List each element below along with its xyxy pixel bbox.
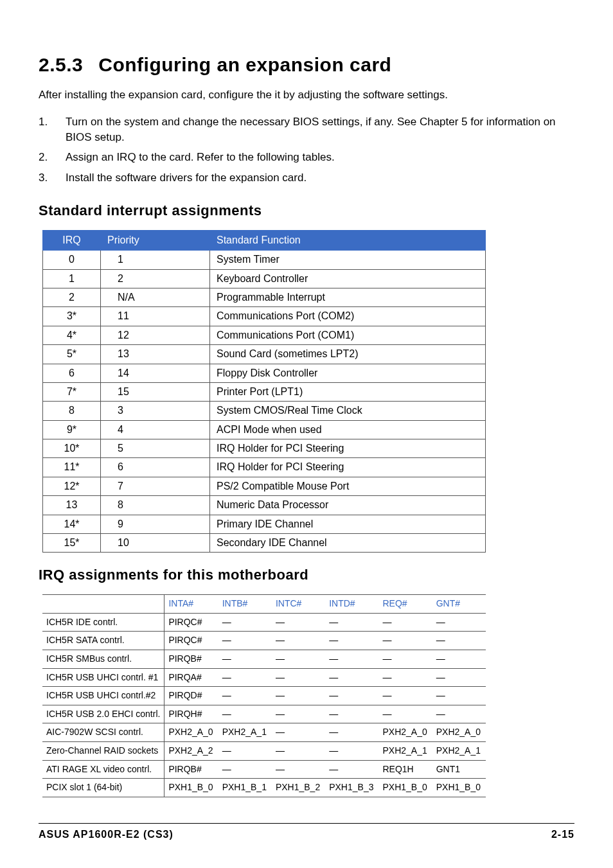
cell-device: ICH5R SMBus contrl.: [42, 650, 164, 669]
cell-priority: 4: [101, 420, 210, 439]
table-row: 83System CMOS/Real Time Clock: [43, 402, 486, 420]
step-text: Install the software drivers for the exp…: [66, 170, 574, 186]
cell-irq: 12*: [43, 477, 101, 495]
col-priority: Priority: [101, 230, 210, 250]
cell-intd: —: [325, 668, 378, 687]
cell-intc: —: [272, 687, 325, 705]
col-irq: IRQ: [43, 230, 101, 250]
cell-gnt: PXH2_A_0: [432, 723, 486, 742]
cell-intc: —: [272, 613, 325, 632]
section-title: Configuring an expansion card: [98, 51, 391, 78]
cell-function: Primary IDE Channel: [210, 515, 486, 533]
cell-priority: 13: [101, 345, 210, 364]
cell-irq: 3*: [43, 307, 101, 326]
cell-intc: PXH1_B_2: [272, 779, 325, 797]
cell-priority: 8: [101, 496, 210, 515]
cell-intc: —: [272, 741, 325, 760]
table-row: 15*10Secondary IDE Channel: [43, 534, 486, 553]
cell-gnt: PXH2_A_1: [432, 741, 486, 760]
cell-irq: 11*: [43, 458, 101, 477]
cell-function: Secondary IDE Channel: [210, 534, 486, 553]
cell-function: Printer Port (LPT1): [210, 382, 486, 401]
table-row: 12*7PS/2 Compatible Mouse Port: [43, 477, 486, 495]
step-text: Assign an IRQ to the card. Refer to the …: [66, 150, 574, 165]
cell-req: —: [378, 668, 432, 687]
cell-inta: PIRQC#: [164, 632, 218, 650]
cell-function: ACPI Mode when used: [210, 420, 486, 439]
table-row: 5*13Sound Card (sometimes LPT2): [43, 345, 486, 364]
cell-intc: —: [272, 632, 325, 650]
cell-intc: —: [272, 760, 325, 779]
col-gnt: GNT#: [432, 595, 486, 614]
steps-list: 1.Turn on the system and change the nece…: [39, 114, 574, 186]
cell-priority: 14: [101, 364, 210, 382]
cell-priority: 11: [101, 307, 210, 326]
cell-intb: PXH2_A_1: [218, 723, 272, 742]
cell-gnt: PXH1_B_0: [432, 779, 486, 797]
table-row: 138Numeric Data Processor: [43, 496, 486, 515]
col-intb: INTB#: [218, 595, 272, 614]
cell-intd: —: [325, 632, 378, 650]
cell-irq: 2: [43, 288, 101, 306]
cell-intb: —: [218, 705, 272, 723]
cell-intd: —: [325, 723, 378, 742]
cell-intb: —: [218, 632, 272, 650]
table-row: 11*6IRQ Holder for PCI Steering: [43, 458, 486, 477]
cell-intb: —: [218, 741, 272, 760]
cell-irq: 9*: [43, 420, 101, 439]
cell-function: Communications Port (COM2): [210, 307, 486, 326]
step-number: 3.: [39, 170, 51, 186]
cell-inta: PXH1_B_0: [164, 779, 218, 797]
table-row: PCIX slot 1 (64-bit)PXH1_B_0PXH1_B_1PXH1…: [42, 779, 486, 797]
table-row: ATI RAGE XL video contrl.PIRQB#———REQ1HG…: [42, 760, 486, 779]
cell-irq: 10*: [43, 439, 101, 458]
table-row: Zero-Channel RAID socketsPXH2_A_2———PXH2…: [42, 741, 486, 760]
cell-device: AIC-7902W SCSI contrl.: [42, 723, 164, 742]
sia-heading: Standard interrupt assignments: [39, 201, 574, 221]
cell-intb: PXH1_B_1: [218, 779, 272, 797]
col-intc: INTC#: [272, 595, 325, 614]
cell-inta: PIRQB#: [164, 650, 218, 669]
cell-function: Sound Card (sometimes LPT2): [210, 345, 486, 364]
cell-inta: PIRQH#: [164, 705, 218, 723]
table-row: ICH5R IDE contrl.PIRQC#—————: [42, 613, 486, 632]
cell-intb: —: [218, 687, 272, 705]
cell-device: ICH5R USB 2.0 EHCI contrl.: [42, 705, 164, 723]
cell-irq: 6: [43, 364, 101, 382]
cell-intc: —: [272, 668, 325, 687]
cell-intd: —: [325, 613, 378, 632]
cell-irq: 14*: [43, 515, 101, 533]
cell-intd: —: [325, 741, 378, 760]
col-device: [42, 595, 164, 614]
cell-device: PCIX slot 1 (64-bit): [42, 779, 164, 797]
cell-function: Keyboard Controller: [210, 269, 486, 288]
footer-left: ASUS AP1600R-E2 (CS3): [39, 828, 173, 842]
cell-device: ICH5R USB UHCI contrl.#2: [42, 687, 164, 705]
table-row: 14*9Primary IDE Channel: [43, 515, 486, 533]
page-footer: ASUS AP1600R-E2 (CS3) 2-15: [39, 823, 574, 842]
cell-inta: PIRQD#: [164, 687, 218, 705]
cell-req: —: [378, 705, 432, 723]
cell-req: —: [378, 632, 432, 650]
cell-intb: —: [218, 613, 272, 632]
cell-intb: —: [218, 650, 272, 669]
cell-priority: 10: [101, 534, 210, 553]
cell-req: —: [378, 613, 432, 632]
step-number: 1.: [39, 114, 51, 145]
cell-gnt: —: [432, 668, 486, 687]
cell-req: REQ1H: [378, 760, 432, 779]
step-item: 1.Turn on the system and change the nece…: [39, 114, 574, 145]
table-row: 7*15Printer Port (LPT1): [43, 382, 486, 401]
cell-gnt: —: [432, 650, 486, 669]
cell-gnt: GNT1: [432, 760, 486, 779]
cell-function: Programmable Interrupt: [210, 288, 486, 306]
table-row: ICH5R USB UHCI contrl.#2PIRQD#—————: [42, 687, 486, 705]
cell-req: PXH2_A_1: [378, 741, 432, 760]
table-row: 614Floppy Disk Controller: [43, 364, 486, 382]
cell-gnt: —: [432, 613, 486, 632]
cell-gnt: —: [432, 632, 486, 650]
cell-intd: —: [325, 650, 378, 669]
table-row: ICH5R USB 2.0 EHCI contrl.PIRQH#—————: [42, 705, 486, 723]
cell-irq: 13: [43, 496, 101, 515]
footer-right: 2-15: [551, 828, 574, 842]
